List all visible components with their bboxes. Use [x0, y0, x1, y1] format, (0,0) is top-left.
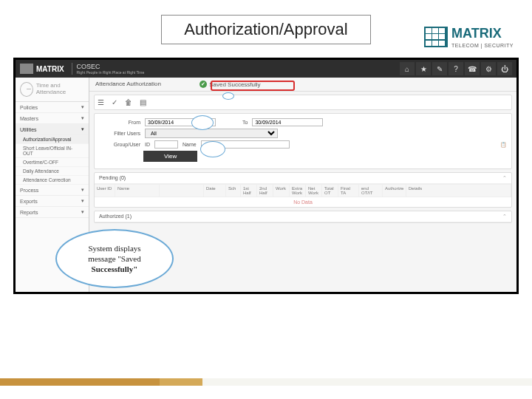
sidebar-sec-reports[interactable]: Reports▾ [16, 207, 89, 218]
toolbar-delete-icon[interactable]: 🗑 [125, 98, 132, 106]
app-product: COSEC [77, 63, 145, 70]
toolbar-menu-icon[interactable]: ☰ [98, 98, 104, 106]
user-id-input[interactable] [154, 140, 178, 149]
callout-text: System displays message "Saved Successfu… [88, 243, 140, 275]
topbar-icons: ⌂ ★ ✎ ? ☎ ⚙ ⏻ [400, 62, 512, 75]
from-label: From [99, 120, 140, 125]
no-data-msg: No Data [95, 197, 511, 207]
home-icon[interactable]: ⌂ [400, 62, 415, 75]
toolbar-list-icon[interactable]: ▤ [140, 98, 146, 106]
sidebar-item-auth-approval[interactable]: Authorization/Approval [16, 135, 89, 144]
sidebar-sec-policies[interactable]: Policies▾ [16, 102, 89, 113]
brand-logo: MATRIX TELECOM | SECURITY [424, 26, 514, 48]
sidebar-sec-utilities[interactable]: Utilities▾ [16, 124, 89, 135]
sidebar-sec-exports[interactable]: Exports▾ [16, 196, 89, 207]
pending-header[interactable]: Pending (0) [95, 173, 511, 184]
module-title: Time and Attendance [36, 83, 84, 96]
id-label: ID [145, 142, 150, 147]
slide-title: Authorization/Approval [161, 15, 370, 44]
name-label: Name [183, 142, 197, 147]
app-topbar: MATRIX COSEC Right People in Right Place… [16, 60, 516, 78]
star-icon[interactable]: ★ [416, 62, 431, 75]
pending-table-header: User ID Name Date Sch 1st Half 2nd Half … [95, 184, 511, 197]
annotation-bubble-3 [200, 141, 225, 157]
help-icon[interactable]: ? [449, 62, 463, 75]
brand-subtitle: TELECOM | SECURITY [451, 43, 514, 48]
toolbar: ☰ ✓ 🗑 ▤ [94, 95, 512, 110]
power-icon[interactable]: ⏻ [497, 62, 512, 75]
toolbar-check-icon[interactable]: ✓ [112, 98, 117, 106]
sidebar-module[interactable]: Time and Attendance [16, 78, 89, 102]
annotation-saved-highlight [211, 81, 295, 91]
brand-grid-icon [424, 27, 448, 47]
authorized-panel: Authorized (1) [94, 211, 512, 223]
callout-cloud: System displays message "Saved Successfu… [55, 229, 174, 288]
view-button[interactable]: View [143, 151, 197, 162]
app-logo-icon [20, 64, 33, 74]
footer-stripe [0, 378, 532, 386]
filter-users-label: Filter Users [99, 131, 140, 136]
lookup-icon[interactable]: 📋 [500, 142, 507, 148]
app-tagline: Right People in Right Place at Right Tim… [77, 70, 145, 75]
sidebar-sec-masters[interactable]: Masters▾ [16, 113, 89, 124]
breadcrumb: Attendance Authorization [95, 81, 161, 87]
edit-icon[interactable]: ✎ [432, 62, 447, 75]
filter-users-select[interactable]: All [145, 129, 278, 138]
gear-icon[interactable]: ⚙ [481, 62, 496, 75]
pending-panel: Pending (0) User ID Name Date Sch 1st Ha… [94, 172, 512, 208]
to-date-input[interactable] [252, 118, 323, 126]
sidebar-item-daily-attendance[interactable]: Daily Attendance [16, 167, 89, 176]
sidebar-item-att-correction[interactable]: Attendance Correction [16, 176, 89, 185]
sidebar-sec-process[interactable]: Process▾ [16, 185, 89, 196]
group-user-label: Group/User [99, 142, 140, 147]
phone-icon[interactable]: ☎ [465, 62, 480, 75]
annotation-bubble-1 [222, 92, 234, 100]
to-label: To [242, 120, 248, 125]
brand-name: MATRIX [451, 26, 514, 41]
sidebar-item-short-leave[interactable]: Short Leave/Official IN-OUT [16, 144, 89, 158]
filter-panel: From To Filter Users All Group/User ID N… [94, 113, 512, 169]
app-logo-name: MATRIX [36, 65, 64, 73]
annotation-bubble-2 [191, 115, 214, 130]
authorized-header[interactable]: Authorized (1) [95, 211, 511, 222]
sidebar-item-overtime[interactable]: Overtime/C-OFF [16, 158, 89, 167]
clock-icon [20, 82, 33, 97]
